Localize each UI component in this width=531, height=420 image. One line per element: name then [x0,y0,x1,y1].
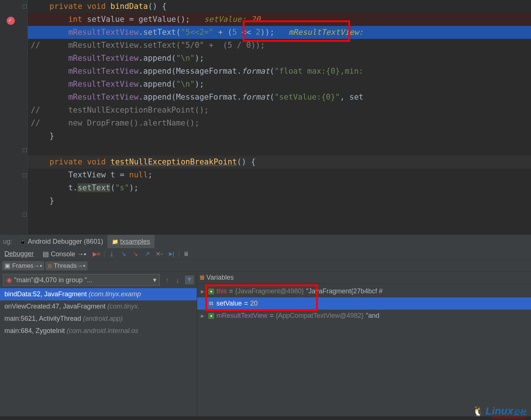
code-line: mResultTextView.append(MessageFormat.for… [28,91,531,104]
watermark: 🐧 Linux公社 www.Linuxidc.com [472,405,527,417]
expand-icon[interactable]: ▶ [201,313,206,319]
code-area[interactable]: private void bindData() { int setValue =… [28,0,531,234]
object-icon: ● [208,313,214,319]
step-out-icon[interactable]: ↗ [143,250,152,259]
variable-item[interactable]: ▶ ● mResultTextView = {AppCompatTextView… [197,310,531,322]
next-frame-icon[interactable]: ↓ [173,276,182,284]
debug-content: ◉ "main"@4,070 in group "... ▾ ↑ ↓ bindD… [0,272,531,416]
frame-item[interactable]: onViewCreated:47, JavaFragment (com.tiny… [0,300,197,313]
code-editor[interactable]: - - - - private void bindData() { int se… [0,0,531,234]
console-icon: ▤ [43,250,49,258]
code-line-breakpoint: int setValue = getValue(); setValue: 20 [28,13,531,26]
breakpoint-icon[interactable] [7,17,15,25]
filter-icon[interactable] [185,276,194,284]
threads-button[interactable]: ⧈ Threads→▪ [46,261,87,270]
object-icon: ● [208,289,214,294]
code-line: // new DropFrame().alertName(); [28,117,531,130]
code-line: t.setText("s"); [28,181,531,194]
debug-toolbar: Debugger ▤ Console →▪ ▶≡ ⭳ ↘ ↘ ↗ ✕▫ ➤| 🖩 [0,248,531,260]
chevron-down-icon: ▾ [153,276,156,284]
code-line: mResultTextView.append(MessageFormat.for… [28,65,531,78]
run-to-cursor-icon[interactable]: ➤| [167,250,176,259]
variables-icon [200,276,204,280]
frames-icon: ▣ [4,262,10,269]
tab-android-debugger[interactable]: 📱Android Debugger (8601) [15,235,107,248]
code-line [28,143,531,156]
show-ee-icon[interactable]: ▶≡ [92,250,101,259]
tab-txsamples[interactable]: 📁txsamples [107,235,155,248]
frame-item[interactable]: bindData:52, JavaFragment (com.tinyx.exa… [0,288,197,300]
editor-gutter: - - - - [0,0,28,234]
code-line: } [28,194,531,207]
code-line: mResultTextView.append("\n"); [28,78,531,91]
frames-threads-toolbar: ▣ Frames→▪ ⧈ Threads→▪ [0,260,531,272]
code-line-current: mResultTextView.setText("5<<2=" + (5 << … [28,26,531,39]
variable-item[interactable]: 01 setValue = 20 [197,297,531,310]
prev-frame-icon[interactable]: ↑ [163,276,172,284]
thread-selector-row: ◉ "main"@4,070 in group "... ▾ ↑ ↓ [0,272,197,288]
threads-icon: ⧈ [48,262,52,269]
frame-list[interactable]: bindData:52, JavaFragment (com.tinyx.exa… [0,288,197,337]
code-line: // mResultTextView.setText("5/0" + (5 / … [28,39,531,52]
primitive-icon: 01 [208,301,214,307]
code-line: TextView t = null; [28,169,531,181]
folder-icon: 📁 [112,239,118,244]
code-line: // testNullExceptionBreakPoint(); [28,104,531,117]
fold-icon[interactable]: - [23,4,27,9]
variables-header: Variables [197,272,531,284]
frames-panel: ◉ "main"@4,070 in group "... ▾ ↑ ↓ bindD… [0,272,197,416]
frame-item[interactable]: main:684, ZygoteInit (com.android.intern… [0,325,197,337]
expand-icon[interactable]: ▶ [201,289,206,294]
code-line: private void bindData() { [28,0,531,13]
variables-panel: Variables ▶ ● this = {JavaFragment@4980}… [197,272,531,416]
evaluate-icon[interactable]: 🖩 [182,250,191,259]
fold-icon[interactable]: - [23,173,27,177]
debug-panel: ug: 📱Android Debugger (8601) 📁txsamples … [0,234,531,416]
step-into-icon[interactable]: ↘ [119,250,128,259]
code-line: private void testNullExceptionBreakPoint… [28,156,531,169]
debug-tabs: ug: 📱Android Debugger (8601) 📁txsamples [0,235,531,248]
tab-prefix: ug: [0,238,15,246]
code-line: mResultTextView.append("\n"); [28,52,531,65]
variable-item[interactable]: ▶ ● this = {JavaFragment@4980} "JavaFrag… [197,285,531,297]
device-icon: 📱 [20,239,26,244]
debugger-tab-button[interactable]: Debugger [1,249,37,259]
variables-list[interactable]: ▶ ● this = {JavaFragment@4980} "JavaFrag… [197,284,531,322]
frames-button[interactable]: ▣ Frames→▪ [2,261,44,270]
thread-icon: ◉ [6,276,12,284]
penguin-icon: 🐧 [472,406,484,417]
console-tab-button[interactable]: ▤ Console →▪ [40,249,89,259]
frame-item[interactable]: main:5621, ActivityThread (android.app) [0,313,197,325]
fold-icon[interactable]: - [23,213,27,217]
force-step-into-icon[interactable]: ↘ [131,250,140,259]
drop-frame-icon[interactable]: ✕▫ [155,250,164,259]
step-over-icon[interactable]: ⭳ [107,250,116,259]
fold-icon[interactable]: - [23,148,27,152]
thread-combo[interactable]: ◉ "main"@4,070 in group "... ▾ [3,274,160,286]
inline-debug-hint: setValue: [204,15,246,24]
code-line: } [28,130,531,143]
